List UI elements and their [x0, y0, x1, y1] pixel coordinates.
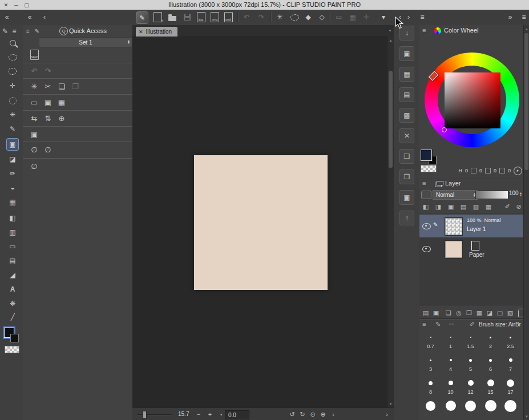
- brush-size-option[interactable]: [461, 399, 480, 420]
- new-vector-layer-button[interactable]: ◎: [454, 308, 463, 317]
- gradient-tool[interactable]: ▥: [7, 227, 18, 238]
- qa-cut-button[interactable]: ✂: [42, 80, 54, 92]
- scrollbar-thumb[interactable]: [389, 71, 393, 168]
- figure-tool[interactable]: ▭: [7, 241, 18, 252]
- scroll-up-icon[interactable]: ▴: [524, 26, 529, 32]
- image-material-tool[interactable]: ▣: [7, 139, 18, 150]
- export-png-button[interactable]: png: [209, 11, 220, 23]
- canvas-size-button[interactable]: ▦: [347, 11, 358, 23]
- deselect-button[interactable]: ✳: [274, 11, 285, 23]
- new-folder-button[interactable]: ❐: [465, 308, 474, 317]
- ruler-visibility-button[interactable]: ✐: [503, 202, 512, 211]
- qa-copy-button[interactable]: ❏: [56, 80, 67, 92]
- layer-view-mode-button[interactable]: ▤: [421, 308, 430, 317]
- crop-button[interactable]: ▭: [333, 11, 345, 23]
- zoom-out-button[interactable]: −: [194, 410, 203, 419]
- dock-info-panel-button[interactable]: ▣: [399, 190, 414, 205]
- sv-selector[interactable]: [442, 127, 447, 132]
- layer-panel-menu-button[interactable]: ≡: [422, 180, 426, 187]
- rotate-ccw-button[interactable]: ↺: [288, 410, 297, 419]
- brush-size-option[interactable]: 10: [441, 377, 461, 399]
- decoration-tool[interactable]: ▦: [7, 196, 18, 208]
- new-layer-button[interactable]: ❏: [444, 308, 453, 317]
- zoom-slider-thumb[interactable]: [143, 411, 147, 419]
- spinner-down-icon[interactable]: ▾: [520, 194, 522, 196]
- qa-canvas-size-button[interactable]: ▣: [42, 96, 54, 108]
- qa-new-layer-button[interactable]: ▣: [29, 128, 40, 140]
- qa-free-transform-button[interactable]: ⊕: [56, 112, 67, 124]
- brush-size-option[interactable]: [480, 399, 500, 420]
- fill-tool[interactable]: ◧: [7, 212, 18, 224]
- dock-upload-panel-button[interactable]: ↑: [399, 211, 414, 225]
- apply-mask-button[interactable]: ▧: [506, 308, 515, 317]
- scroll-down-icon[interactable]: ▾: [387, 401, 394, 407]
- transparent-color-swatch[interactable]: [5, 346, 19, 353]
- redo-button[interactable]: ↷: [256, 11, 267, 23]
- qa-crop-button[interactable]: ▭: [29, 96, 40, 108]
- layer-view-list-button[interactable]: ▣: [431, 308, 441, 317]
- lock-alpha-button[interactable]: ▥: [471, 202, 480, 211]
- move-tool[interactable]: ✛: [7, 80, 18, 91]
- brush-size-option[interactable]: 7: [500, 354, 520, 377]
- qa-new-file-button[interactable]: NEW: [29, 49, 40, 60]
- panel-dock-icon[interactable]: ≡: [24, 25, 32, 37]
- lock-layer-button[interactable]: ▤: [459, 202, 468, 211]
- tab-close-icon[interactable]: ✕: [139, 29, 143, 35]
- expand-selection-button[interactable]: ◆: [302, 11, 314, 23]
- visibility-eye-icon[interactable]: [422, 246, 431, 252]
- scroll-down-icon[interactable]: ▾: [524, 413, 529, 419]
- strip-menu-button[interactable]: ≡: [417, 11, 428, 23]
- auto-select-tool[interactable]: ✳: [7, 109, 18, 120]
- dock-itembank-panel-button[interactable]: ▦: [399, 67, 414, 82]
- lasso-tool[interactable]: [7, 66, 18, 77]
- scrollbar-thumb[interactable]: [524, 33, 528, 170]
- qa-image-resolution-button[interactable]: ▦: [56, 96, 67, 108]
- qa-clear-button[interactable]: ✳: [29, 80, 40, 92]
- spinner-down-icon[interactable]: ▾: [128, 42, 130, 44]
- clip-to-layer-button[interactable]: ◧: [421, 202, 430, 211]
- brush-size-option[interactable]: 4: [441, 354, 461, 377]
- color-mode-toggle-button[interactable]: ▸: [514, 167, 522, 175]
- merge-down-button[interactable]: ◪: [485, 308, 494, 317]
- dock-subview-panel-button[interactable]: ▣: [399, 46, 414, 61]
- dock-cancel-panel-button[interactable]: ✕: [399, 128, 414, 143]
- qa-selection-clear-button[interactable]: ∅: [29, 160, 40, 172]
- brush-size-option[interactable]: 8: [421, 377, 441, 399]
- zoom-tool[interactable]: [7, 37, 18, 49]
- dock-history-panel-button[interactable]: ❐: [399, 169, 414, 184]
- brush-size-option[interactable]: [421, 399, 441, 420]
- layer-row-paper[interactable]: Paper: [419, 237, 523, 260]
- layer-name[interactable]: Layer 1: [467, 226, 486, 232]
- dock-pattern-panel-button[interactable]: ▩: [399, 108, 414, 123]
- tab-list-button[interactable]: ▾: [387, 27, 393, 34]
- opacity-slider[interactable]: [475, 191, 508, 199]
- canvas-vertical-scrollbar[interactable]: ▴ ▾: [387, 37, 394, 407]
- blend-preview-chip[interactable]: [421, 191, 431, 199]
- object-select-tool[interactable]: [7, 51, 18, 63]
- reference-layer-button[interactable]: ◨: [434, 202, 443, 211]
- opacity-spinner[interactable]: ▴ ▾: [520, 192, 522, 196]
- airbrush-tool[interactable]: ◒: [7, 182, 18, 193]
- rotation-value-box[interactable]: 0.0: [225, 410, 249, 419]
- brush-size-option[interactable]: 6: [480, 354, 500, 377]
- create-mask-button[interactable]: ▢: [495, 308, 504, 317]
- line-correction-tool[interactable]: ╱: [7, 312, 18, 323]
- right-panel-menu-button[interactable]: ≡: [518, 11, 529, 23]
- rotate-cw-button[interactable]: ↻: [298, 410, 307, 419]
- qa-flip-horizontal-button[interactable]: ⇆: [29, 112, 40, 124]
- tool-palette-menu-button[interactable]: ≡: [10, 26, 18, 37]
- visibility-eye-icon[interactable]: [422, 223, 431, 229]
- zoom-in-button[interactable]: +: [205, 410, 215, 419]
- brush-size-option[interactable]: [500, 399, 520, 420]
- color-wheel-menu-button[interactable]: ≡: [422, 27, 426, 34]
- blend-mode-select[interactable]: Normal ▴ ▾: [433, 190, 478, 200]
- brush-size-option[interactable]: 5: [461, 354, 480, 377]
- export-jpg-button[interactable]: jpg: [195, 11, 207, 23]
- scroll-up-icon[interactable]: ▴: [387, 37, 394, 43]
- collapse-quickaccess-button[interactable]: ‹: [39, 11, 50, 23]
- saturation-value-square[interactable]: [445, 72, 500, 128]
- panel-scrollbar[interactable]: ▴ ▾: [523, 25, 529, 420]
- shrink-selection-button[interactable]: ◇: [316, 11, 328, 23]
- save-file-button[interactable]: [181, 11, 193, 23]
- scroll-right-button[interactable]: ›: [382, 410, 391, 419]
